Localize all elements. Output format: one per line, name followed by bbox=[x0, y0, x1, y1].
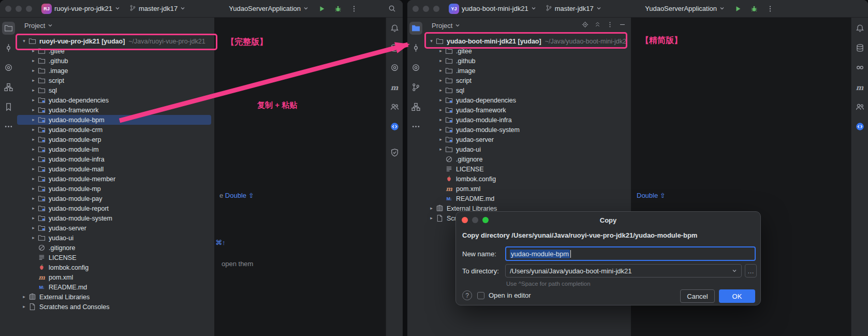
project-panel-header[interactable]: Project bbox=[424, 18, 631, 33]
project-tool-icon[interactable] bbox=[2, 22, 15, 35]
zoom-window-icon[interactable] bbox=[433, 6, 439, 12]
more-actions-icon[interactable] bbox=[348, 3, 360, 14]
tree-item-yudao-framework[interactable]: ▸yudao-framework bbox=[424, 105, 628, 115]
tree-item-yudao-module-system[interactable]: ▸yudao-module-system bbox=[17, 213, 211, 223]
structure-tool-icon[interactable] bbox=[409, 100, 422, 113]
more-actions-icon[interactable] bbox=[764, 3, 776, 14]
tree-item-script[interactable]: ▸script bbox=[424, 76, 628, 85]
window-controls[interactable] bbox=[5, 6, 32, 12]
chevron-right-icon[interactable]: ▸ bbox=[30, 115, 37, 125]
tree-item-yudao-server[interactable]: ▸yudao-server bbox=[424, 135, 628, 144]
tree-item-lombok-config[interactable]: lombok.config bbox=[17, 262, 211, 272]
chevron-right-icon[interactable]: ▸ bbox=[30, 233, 37, 243]
tree-item--gitee[interactable]: ▸.gitee bbox=[17, 46, 211, 56]
commit-tool-icon[interactable] bbox=[409, 41, 422, 54]
tree-item--gitee[interactable]: ▸.gitee bbox=[424, 46, 628, 56]
chevron-right-icon[interactable]: ▸ bbox=[30, 174, 37, 184]
maven-tool-icon[interactable]: m bbox=[388, 81, 401, 94]
chevron-right-icon[interactable]: ▸ bbox=[437, 56, 445, 66]
collapse-all-icon[interactable] bbox=[594, 21, 601, 30]
run-button[interactable] bbox=[732, 3, 744, 14]
tree-item-pom-xml[interactable]: mpom.xml bbox=[17, 272, 211, 282]
commit-tool-icon[interactable] bbox=[2, 41, 15, 54]
tree-item-yudao-dependencies[interactable]: ▸yudao-dependencies bbox=[424, 95, 628, 105]
tree-item-yudao-module-infra[interactable]: ▸yudao-module-infra bbox=[17, 154, 211, 164]
chevron-right-icon[interactable]: ▸ bbox=[437, 76, 445, 85]
chevron-right-icon[interactable]: ▸ bbox=[30, 56, 37, 66]
tree-item-external-libraries[interactable]: ▸External Libraries bbox=[17, 292, 211, 302]
chevron-right-icon[interactable]: ▸ bbox=[20, 292, 28, 302]
hide-panel-icon[interactable] bbox=[619, 21, 626, 30]
chevron-right-icon[interactable]: ▸ bbox=[437, 95, 445, 105]
tree-item-yudao-module-report[interactable]: ▸yudao-module-report bbox=[17, 203, 211, 213]
panel-options-icon[interactable] bbox=[607, 21, 613, 30]
tree-item-license[interactable]: LICENSE bbox=[17, 253, 211, 262]
more-tools-icon[interactable] bbox=[409, 120, 422, 133]
notifications-icon[interactable] bbox=[854, 22, 866, 35]
chevron-right-icon[interactable]: ▸ bbox=[30, 144, 37, 154]
chevron-right-icon[interactable]: ▸ bbox=[30, 76, 37, 85]
browse-directory-button[interactable]: … bbox=[745, 264, 757, 277]
tree-item-script[interactable]: ▸script bbox=[17, 76, 211, 85]
chevron-right-icon[interactable]: ▸ bbox=[437, 105, 445, 115]
tree-item-lombok-config[interactable]: lombok.config bbox=[424, 174, 628, 184]
chevron-right-icon[interactable]: ▸ bbox=[30, 135, 37, 144]
project-widget[interactable]: YJ yudao-boot-mini-jdk21 bbox=[446, 2, 539, 16]
ai-assistant-tool-icon[interactable] bbox=[388, 61, 401, 74]
run-configuration-selector[interactable]: YudaoServerApplication bbox=[226, 3, 312, 14]
more-tools-icon[interactable] bbox=[2, 120, 15, 133]
chevron-right-icon[interactable]: ▸ bbox=[30, 85, 37, 95]
tree-item--github[interactable]: ▸.github bbox=[17, 56, 211, 66]
collaboration-tool-icon[interactable] bbox=[388, 100, 401, 113]
chevron-right-icon[interactable]: ▸ bbox=[30, 125, 37, 135]
tree-item-license[interactable]: LICENSE bbox=[424, 164, 628, 174]
chevron-down-icon[interactable] bbox=[732, 267, 737, 275]
trust-shield-icon[interactable] bbox=[388, 146, 401, 159]
run-button[interactable] bbox=[316, 3, 328, 14]
tree-item-ruoyi-vue-pro-jdk21-yudao-[interactable]: ▾ruoyi-vue-pro-jdk21 [yudao]~/Java/ruoyi… bbox=[17, 36, 211, 46]
chevron-right-icon[interactable]: ▸ bbox=[30, 184, 37, 194]
tree-item-yudao-module-system[interactable]: ▸yudao-module-system bbox=[424, 125, 628, 135]
chevron-right-icon[interactable]: ▸ bbox=[437, 85, 445, 95]
chevron-right-icon[interactable]: ▸ bbox=[30, 95, 37, 105]
tree-item-yudao-ui[interactable]: ▸yudao-ui bbox=[424, 144, 628, 154]
close-window-icon[interactable] bbox=[5, 6, 11, 12]
tree-item--image[interactable]: ▸.image bbox=[424, 66, 628, 76]
chevron-right-icon[interactable]: ▸ bbox=[20, 302, 28, 312]
notifications-icon[interactable] bbox=[388, 22, 401, 35]
help-button[interactable]: ? bbox=[462, 290, 472, 300]
cancel-button[interactable]: Cancel bbox=[680, 289, 715, 303]
tree-item-yudao-boot-mini-jdk21-yudao-[interactable]: ▾yudao-boot-mini-jdk21 [yudao]~/Java/yud… bbox=[424, 36, 628, 46]
tree-item-yudao-module-erp[interactable]: ▸yudao-module-erp bbox=[17, 135, 211, 144]
tree-item--image[interactable]: ▸.image bbox=[17, 66, 211, 76]
chevron-right-icon[interactable]: ▸ bbox=[437, 115, 445, 125]
run-configuration-selector[interactable]: YudaoServerApplication bbox=[642, 3, 728, 14]
tree-item-yudao-module-pay[interactable]: ▸yudao-module-pay bbox=[17, 194, 211, 203]
chevron-right-icon[interactable]: ▸ bbox=[437, 46, 445, 56]
tree-item--gitignore[interactable]: .gitignore bbox=[17, 243, 211, 253]
pull-requests-tool-icon[interactable] bbox=[409, 61, 422, 74]
project-tool-icon[interactable] bbox=[409, 22, 422, 35]
locate-file-icon[interactable] bbox=[582, 21, 589, 30]
project-panel-header[interactable]: Project bbox=[17, 18, 214, 33]
search-everywhere-icon[interactable] bbox=[386, 3, 398, 14]
chevron-right-icon[interactable]: ▸ bbox=[428, 203, 435, 213]
bookmarks-tool-icon[interactable] bbox=[2, 100, 15, 113]
ok-button[interactable]: OK bbox=[719, 289, 755, 303]
chevron-right-icon[interactable]: ▸ bbox=[437, 125, 445, 135]
tree-item-yudao-module-bpm[interactable]: ▸yudao-module-bpm bbox=[17, 115, 211, 125]
git-branch-widget[interactable]: master-jdk17 bbox=[126, 3, 188, 14]
to-directory-combobox[interactable]: /Users/yunai/Java/yudao-boot-mini-jdk21 bbox=[505, 264, 742, 277]
debug-button[interactable] bbox=[332, 3, 344, 14]
minimize-window-icon[interactable] bbox=[16, 6, 22, 12]
chevron-right-icon[interactable]: ▸ bbox=[30, 223, 37, 233]
git-branch-widget[interactable]: master-jdk17 bbox=[542, 3, 605, 14]
tree-item-readme-md[interactable]: M↓README.md bbox=[17, 282, 211, 292]
window-controls[interactable] bbox=[413, 6, 439, 12]
git-branch-tool-icon[interactable] bbox=[409, 81, 422, 94]
tree-item-yudao-module-mp[interactable]: ▸yudao-module-mp bbox=[17, 184, 211, 194]
code-with-me-icon[interactable] bbox=[854, 120, 866, 133]
debug-button[interactable] bbox=[748, 3, 760, 14]
tree-item-yudao-module-mall[interactable]: ▸yudao-module-mall bbox=[17, 164, 211, 174]
chevron-right-icon[interactable]: ▸ bbox=[30, 105, 37, 115]
